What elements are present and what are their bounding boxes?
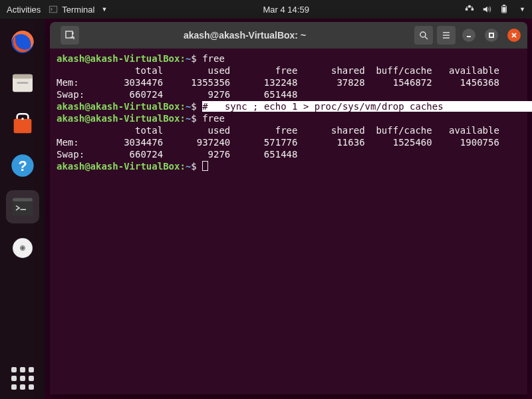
command: free [202,53,225,64]
highlighted-command: # sync ; echo 1 > proc/sys/vm/drop_cache… [202,101,532,112]
disc-icon [9,235,36,261]
terminal-window: akash@akash-VirtualBox: ~ akash@akash-Vi… [50,22,527,394]
dock-item-files[interactable] [6,66,39,100]
svg-rect-7 [502,7,505,13]
svg-rect-17 [13,198,33,201]
firefox-icon [9,29,36,55]
svg-point-13 [21,118,23,120]
maximize-button[interactable] [485,29,498,42]
free-header: total used free shared buff/cache availa… [57,124,521,136]
app-menu-label: Terminal [62,5,94,15]
new-tab-icon [65,30,75,41]
terminal-icon [49,5,58,14]
svg-rect-6 [503,5,505,6]
help-icon: ? [9,152,36,179]
dock-item-help[interactable]: ? [6,149,39,182]
hamburger-icon [441,30,452,41]
menu-button[interactable] [437,26,456,45]
free-mem-row: Mem: 3034476 1355356 132248 37828 154687… [57,76,521,88]
svg-rect-2 [466,8,468,11]
window-title: akash@akash-VirtualBox: ~ [79,30,410,41]
system-tray[interactable]: ▼ [465,5,525,14]
dock: ? [0,19,45,399]
svg-text:?: ? [18,158,27,174]
titlebar[interactable]: akash@akash-VirtualBox: ~ [50,22,527,49]
files-icon [9,70,36,96]
chevron-down-icon: ▼ [519,6,525,13]
svg-rect-10 [13,74,33,79]
free-swap-row: Swap: 660724 9276 651448 [57,88,521,100]
chevron-down-icon: ▼ [101,6,107,13]
svg-rect-25 [489,33,493,37]
minimize-button[interactable] [462,29,475,42]
svg-point-24 [420,32,426,37]
prompt-user: akash@akash-VirtualBox [57,53,180,64]
dock-item-disc[interactable] [6,231,39,265]
cursor [202,161,208,171]
software-icon [9,111,36,138]
svg-rect-1 [50,7,57,13]
show-applications-button[interactable] [11,367,34,390]
svg-rect-11 [17,82,29,84]
svg-point-22 [21,247,23,249]
clock[interactable]: Mar 4 14:59 [263,5,309,15]
app-menu[interactable]: Terminal ▼ [49,5,107,15]
command: free [202,113,225,124]
svg-rect-12 [14,119,32,134]
battery-icon [499,5,509,14]
search-button[interactable] [414,26,433,45]
free-mem-row: Mem: 3034476 937240 571776 11636 1525460… [57,136,521,148]
terminal-output[interactable]: akash@akash-VirtualBox:~$ free total use… [50,49,527,394]
activities-button[interactable]: Activities [7,5,41,15]
dock-item-terminal[interactable] [6,190,39,223]
volume-icon [482,5,491,14]
search-icon [418,30,429,41]
close-button[interactable] [507,29,521,42]
terminal-icon [9,194,36,220]
new-tab-button[interactable] [61,26,79,45]
svg-rect-18 [21,209,26,210]
network-icon [465,5,474,14]
free-header: total used free shared buff/cache availa… [57,65,521,76]
svg-rect-4 [471,8,474,11]
free-swap-row: Swap: 660724 9276 651448 [57,148,521,160]
dock-item-software[interactable] [6,108,39,141]
dock-item-firefox[interactable] [6,25,39,59]
top-bar: Activities Terminal ▼ Mar 4 14:59 ▼ [0,0,532,19]
